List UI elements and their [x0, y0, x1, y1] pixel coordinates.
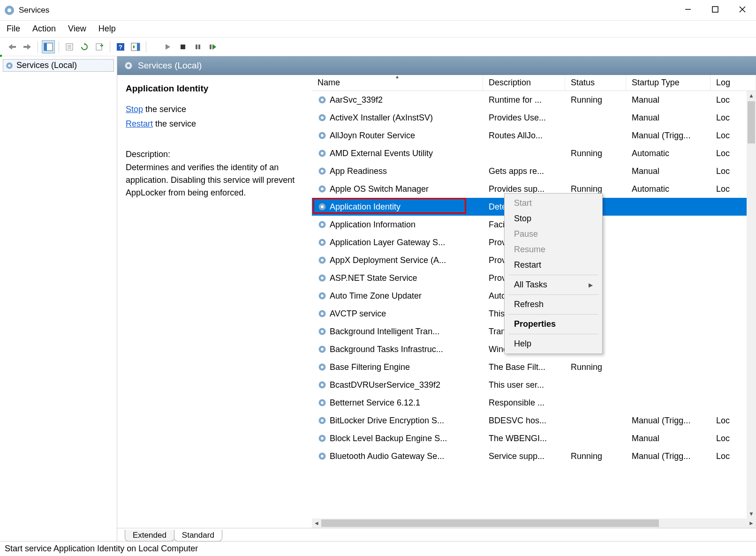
menu-file[interactable]: File [7, 24, 20, 34]
col-name[interactable]: ▲Name [312, 75, 483, 90]
table-row[interactable]: BcastDVRUserService_339f2This user ser..… [312, 376, 756, 394]
restart-link[interactable]: Restart [126, 119, 153, 128]
col-status[interactable]: Status [565, 75, 626, 90]
cell-name: Background Tasks Infrastruc... [312, 345, 483, 354]
table-row[interactable]: AMD External Events UtilityRunningAutoma… [312, 144, 756, 162]
svg-point-1 [8, 8, 11, 12]
cell-description: BDESVC hos... [483, 416, 565, 426]
table-row[interactable]: ActiveX Installer (AxInstSV)Provides Use… [312, 109, 756, 127]
action-pane-icon[interactable] [129, 40, 142, 53]
status-text: Start service Application Identity on Lo… [5, 544, 198, 554]
close-button[interactable] [729, 0, 756, 19]
cell-name: App Readiness [312, 166, 483, 176]
gear-icon [318, 291, 327, 301]
stop-link[interactable]: Stop [126, 105, 143, 114]
svg-point-66 [321, 455, 324, 458]
restart-service-icon[interactable] [206, 40, 219, 53]
col-description[interactable]: Description [483, 75, 565, 90]
horizontal-scrollbar[interactable]: ◄ ► [312, 518, 756, 528]
cm-all-tasks[interactable]: All Tasks▶ [505, 277, 602, 293]
svg-rect-12 [96, 44, 102, 50]
panel-title: Services (Local) [138, 60, 202, 71]
maximize-button[interactable] [702, 0, 729, 19]
col-startup[interactable]: Startup Type [626, 75, 711, 90]
table-row[interactable]: Betternet Service 6.12.1Responsible ... [312, 394, 756, 412]
svg-point-54 [321, 348, 324, 351]
gear-icon [318, 451, 327, 461]
tree-root-item[interactable]: Services (Local) [3, 59, 114, 72]
cm-restart[interactable]: Restart [505, 257, 602, 273]
cm-pause: Pause [505, 226, 602, 242]
svg-point-44 [321, 259, 324, 262]
gear-icon [318, 345, 327, 354]
cell-name: Application Identity [312, 202, 483, 212]
cm-start: Start [505, 195, 602, 211]
menubar: File Action View Help [0, 21, 756, 38]
table-row[interactable]: AllJoyn Router ServiceRoutes AllJo...Man… [312, 127, 756, 144]
description-text: Determines and verifies the identity of … [126, 161, 303, 199]
gear-icon [318, 255, 327, 265]
gear-icon [318, 202, 327, 211]
titlebar: Services [0, 0, 756, 21]
gear-icon [318, 113, 327, 122]
start-service-icon[interactable] [161, 40, 174, 53]
vertical-scrollbar[interactable]: ▲ ▼ [747, 91, 756, 518]
window-title: Services [19, 6, 49, 15]
gear-icon [318, 398, 327, 407]
help-icon[interactable]: ? [114, 40, 127, 53]
cell-name: Auto Time Zone Updater [312, 291, 483, 301]
cell-name: AMD External Events Utility [312, 149, 483, 158]
gear-icon [318, 166, 327, 176]
table-row[interactable]: BitLocker Drive Encryption S...BDESVC ho… [312, 412, 756, 429]
menu-help[interactable]: Help [98, 24, 116, 34]
svg-rect-18 [196, 45, 197, 49]
svg-point-50 [321, 312, 324, 315]
menu-action[interactable]: Action [32, 24, 56, 34]
refresh-icon[interactable] [78, 40, 91, 53]
back-button[interactable] [6, 40, 19, 53]
gear-icon [318, 149, 327, 158]
gear-icon [5, 61, 14, 70]
table-row[interactable]: App ReadinessGets apps re...ManualLoc [312, 162, 756, 180]
forward-button[interactable] [21, 40, 34, 53]
tab-extended[interactable]: Extended [125, 530, 174, 541]
svg-point-42 [321, 241, 324, 244]
gear-icon [318, 131, 327, 140]
table-row[interactable]: Base Filtering EngineThe Base Filt...Run… [312, 358, 756, 376]
table-row[interactable]: Bluetooth Audio Gateway Se...Service sup… [312, 447, 756, 465]
cm-stop[interactable]: Stop [505, 211, 602, 226]
cell-startup: Manual [626, 166, 711, 176]
table-row[interactable]: AarSvc_339f2Runtime for ...RunningManual… [312, 91, 756, 109]
cell-startup: Automatic [626, 149, 711, 158]
stop-service-icon[interactable] [176, 40, 189, 53]
cell-name: Betternet Service 6.12.1 [312, 398, 483, 408]
cm-properties[interactable]: Properties [505, 316, 602, 332]
svg-point-48 [321, 294, 324, 297]
svg-point-26 [321, 98, 324, 101]
col-logon[interactable]: Log [711, 75, 756, 90]
minimize-button[interactable] [674, 0, 702, 19]
cell-startup: Automatic [626, 184, 711, 194]
cell-status: Running [565, 184, 626, 194]
cell-name: AppX Deployment Service (A... [312, 255, 483, 265]
cell-startup: Manual (Trigg... [626, 451, 711, 461]
cell-startup: Manual [626, 95, 711, 105]
cell-name: Background Intelligent Tran... [312, 327, 483, 337]
cell-name: Application Layer Gateway S... [312, 238, 483, 248]
svg-rect-17 [181, 45, 185, 49]
cell-name: AarSvc_339f2 [312, 95, 483, 105]
cell-description: Runtime for ... [483, 95, 565, 105]
properties-icon[interactable] [63, 40, 76, 53]
pause-service-icon[interactable] [191, 40, 204, 53]
svg-rect-19 [198, 45, 200, 49]
table-row[interactable]: Block Level Backup Engine S...The WBENGI… [312, 429, 756, 447]
export-icon[interactable] [93, 40, 106, 53]
table-header-row: ▲Name Description Status Startup Type Lo… [312, 75, 756, 91]
cm-refresh[interactable]: Refresh [505, 297, 602, 312]
gear-icon [318, 327, 327, 336]
menu-view[interactable]: View [68, 24, 86, 34]
cell-description: Provides Use... [483, 113, 565, 123]
cm-help[interactable]: Help [505, 336, 602, 352]
show-hide-tree-button[interactable] [42, 40, 55, 53]
tab-standard[interactable]: Standard [174, 530, 222, 541]
